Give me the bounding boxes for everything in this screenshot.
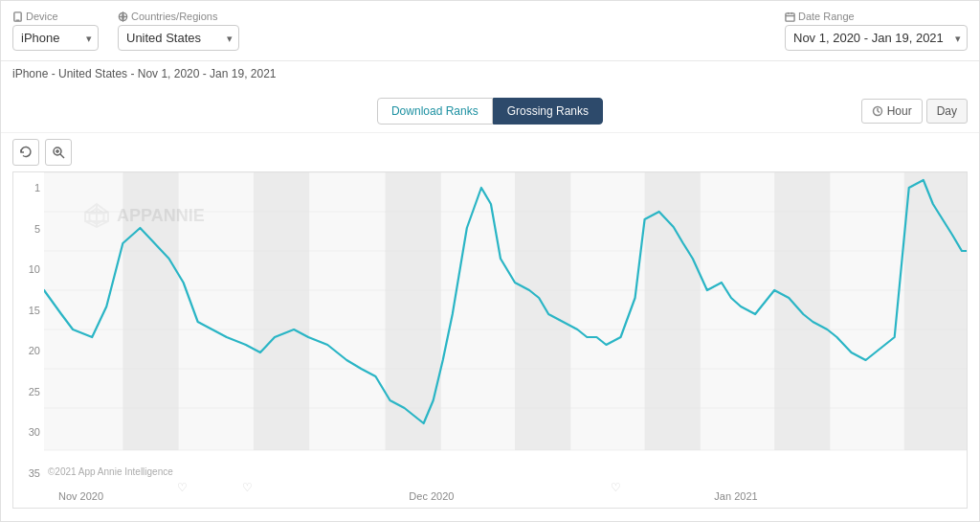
svg-rect-22 (122, 172, 178, 450)
device-select[interactable]: iPhone iPad Android (12, 25, 99, 51)
country-filter-group: Countries/Regions United States United K… (118, 11, 239, 51)
country-select[interactable]: United States United Kingdom Germany Fra… (118, 25, 239, 51)
x-axis: ♡ ♡ ♡ Nov 2020 Dec 2020 Jan 2021 (44, 481, 967, 508)
hour-button[interactable]: Hour (861, 99, 923, 124)
heart-icon-2: ♡ (242, 481, 253, 494)
country-select-wrapper: United States United Kingdom Germany Fra… (118, 25, 239, 51)
device-select-wrapper: iPhone iPad Android (12, 25, 99, 51)
date-range-label: Date Range (785, 11, 968, 22)
x-label-nov: Nov 2020 (58, 490, 103, 502)
toolbar: Download Ranks Grossing Ranks Hour Day (1, 90, 979, 133)
chart-area: 1 5 10 15 20 25 30 35 (12, 171, 968, 509)
day-button[interactable]: Day (926, 99, 968, 124)
reset-button[interactable] (12, 139, 39, 166)
svg-rect-23 (254, 172, 309, 450)
chart-svg (44, 172, 967, 479)
svg-rect-4 (786, 12, 794, 20)
chart-controls (1, 133, 979, 171)
date-range-group: Date Range Nov 1, 2020 - Jan 19, 2021 (785, 11, 968, 51)
zoom-button[interactable] (45, 139, 72, 166)
tab-group: Download Ranks Grossing Ranks (377, 98, 603, 125)
svg-rect-25 (515, 172, 570, 450)
copyright-text: ©2021 App Annie Intelligence (48, 466, 173, 477)
main-container: Device iPhone iPad Android Countries/Reg… (0, 0, 980, 522)
svg-rect-28 (904, 172, 967, 450)
chart-body: APPANNIE (44, 172, 967, 508)
tab-grossing-ranks[interactable]: Grossing Ranks (493, 98, 603, 125)
device-filter-group: Device iPhone iPad Android (12, 11, 99, 51)
heart-icon-1: ♡ (177, 481, 188, 494)
y-axis: 1 5 10 15 20 25 30 35 (13, 172, 44, 508)
svg-line-10 (878, 111, 880, 113)
date-range-select[interactable]: Nov 1, 2020 - Jan 19, 2021 (785, 25, 968, 51)
tab-download-ranks[interactable]: Download Ranks (377, 98, 493, 125)
device-label: Device (12, 11, 99, 22)
svg-line-12 (60, 154, 64, 158)
chart-inner: 1 5 10 15 20 25 30 35 (13, 172, 967, 508)
chart-subtitle: iPhone - United States - Nov 1, 2020 - J… (1, 61, 979, 90)
country-label: Countries/Regions (118, 11, 239, 22)
x-label-dec: Dec 2020 (409, 490, 454, 502)
heart-icon-3: ♡ (611, 481, 621, 494)
x-label-jan: Jan 2021 (714, 490, 757, 502)
svg-rect-24 (385, 172, 440, 450)
top-bar: Device iPhone iPad Android Countries/Reg… (1, 1, 979, 61)
time-group: Hour Day (861, 99, 968, 124)
svg-rect-27 (774, 172, 830, 450)
date-range-select-wrapper: Nov 1, 2020 - Jan 19, 2021 (785, 25, 968, 51)
